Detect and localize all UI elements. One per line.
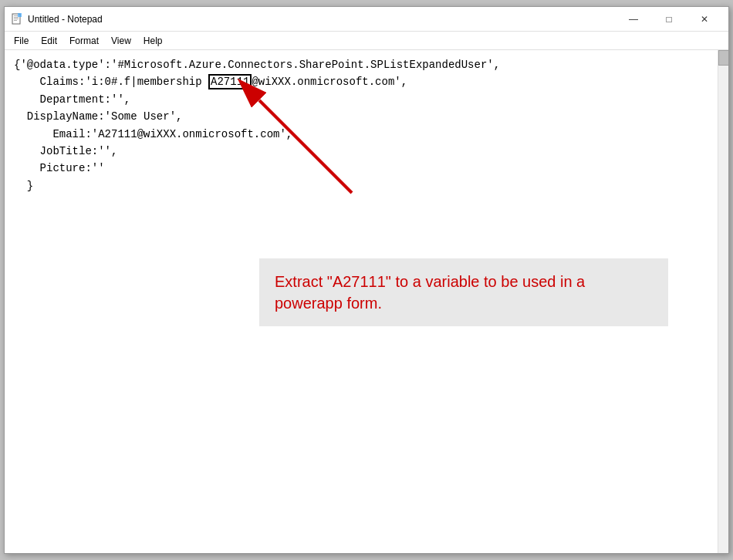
svg-rect-3: [14, 19, 19, 19]
svg-rect-4: [14, 20, 17, 21]
menu-file[interactable]: File: [8, 34, 35, 48]
minimize-button[interactable]: —: [616, 7, 651, 32]
scrollbar-thumb[interactable]: [718, 50, 728, 66]
notepad-window: Untitled - Notepad — □ ✕ File Edit Forma…: [4, 6, 729, 554]
menu-edit[interactable]: Edit: [35, 34, 63, 48]
close-button[interactable]: ✕: [687, 7, 722, 32]
menu-format[interactable]: Format: [63, 34, 105, 48]
annotation-box: Extract "A27111" to a variable to be use…: [259, 258, 668, 326]
svg-line-7: [259, 100, 352, 193]
arrow-annotation: [213, 73, 383, 197]
line2-prefix: Claims:'i:0#.f|membership: [14, 76, 208, 88]
window-title: Untitled - Notepad: [28, 14, 616, 25]
maximize-button[interactable]: □: [651, 7, 687, 32]
line-1: {'@odata.type':'#Microsoft.Azure.Connect…: [14, 56, 719, 73]
menu-bar: File Edit Format View Help: [5, 32, 728, 50]
menu-help[interactable]: Help: [137, 34, 169, 48]
menu-view[interactable]: View: [105, 34, 137, 48]
svg-rect-5: [18, 13, 22, 17]
text-content[interactable]: {'@odata.type':'#Microsoft.Azure.Connect…: [5, 50, 728, 553]
window-controls: — □ ✕: [616, 7, 722, 32]
svg-rect-2: [14, 17, 19, 18]
title-bar: Untitled - Notepad — □ ✕: [5, 7, 728, 32]
scrollbar[interactable]: [718, 50, 728, 553]
notepad-icon: [11, 13, 23, 25]
annotation-text: Extract "A27111" to a variable to be use…: [275, 271, 653, 314]
